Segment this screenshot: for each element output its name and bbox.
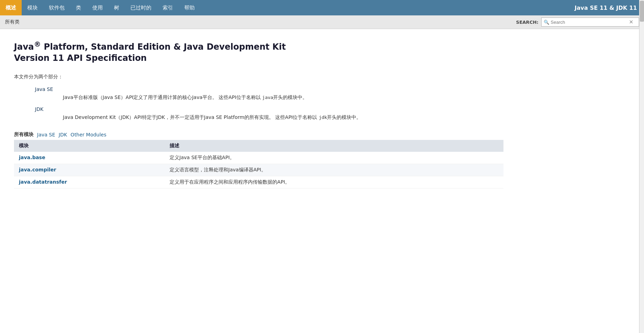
search-icon: 🔍 [544,20,549,25]
filter-tab-other[interactable]: Other Modules [71,132,106,137]
module-desc-java-compiler: 定义语言模型，注释处理和Java编译器API。 [165,164,503,176]
nav-item-modules[interactable]: 模块 [22,0,43,15]
nav-item-index[interactable]: 索引 [157,0,179,15]
nav-item-use[interactable]: 使用 [87,0,108,15]
section-list: Java SE Java平台标准版（Java SE）API定义了用于通用计算的核… [35,86,503,121]
section-title-javase: Java SE [35,86,503,92]
filter-tab-javase[interactable]: Java SE [37,132,55,137]
scrollbar-thumb[interactable] [640,1,644,22]
sub-header: 所有类 SEARCH: 🔍 ✕ [0,15,644,29]
col-header-module: 模块 [14,140,165,152]
nav-item-deprecated[interactable]: 已过时的 [125,0,157,15]
all-classes-label: 所有类 [5,19,20,25]
search-box-wrap: 🔍 ✕ [541,17,639,27]
section-title-jdk: JDK [35,106,503,112]
nav-item-help[interactable]: 帮助 [179,0,200,15]
filter-tab-all[interactable]: 所有模块 [14,132,34,138]
search-input[interactable] [551,20,628,25]
table-row: java.datatransfer 定义用于在应用程序之间和应用程序内传输数据的… [14,176,503,189]
nav-item-overview[interactable]: 概述 [0,0,22,15]
search-label: SEARCH: [516,20,538,25]
col-header-desc: 描述 [165,140,503,152]
nav-item-packages[interactable]: 软件包 [43,0,70,15]
search-area: SEARCH: 🔍 ✕ [516,17,639,27]
top-nav: 概述 模块 软件包 类 使用 树 已过时的 索引 帮助 Java SE 11 &… [0,0,644,15]
module-link-java-datatransfer[interactable]: java.datatransfer [19,179,67,185]
modules-table: 模块 描述 java.base 定义Java SE平台的基础API。 java.… [14,140,503,189]
module-filter: 所有模块 Java SE JDK Other Modules [14,132,503,138]
module-link-java-base[interactable]: java.base [19,155,45,160]
intro-text: 本文件分为两个部分： [14,74,503,80]
section-desc-javase: Java平台标准版（Java SE）API定义了用于通用计算的核心Java平台。… [63,93,503,101]
page-title: Java® Platform, Standard Edition & Java … [14,40,503,64]
module-desc-java-datatransfer: 定义用于在应用程序之间和应用程序内传输数据的API。 [165,176,503,189]
module-link-java-compiler[interactable]: java.compiler [19,167,56,172]
main-content: Java® Platform, Standard Edition & Java … [0,29,517,199]
table-row: java.compiler 定义语言模型，注释处理和Java编译器API。 [14,164,503,176]
code-java: java [262,95,273,100]
filter-tab-jdk[interactable]: JDK [59,132,67,137]
code-jdk: jdk [319,115,327,120]
section-item-javase: Java SE Java平台标准版（Java SE）API定义了用于通用计算的核… [35,86,503,101]
nav-item-tree[interactable]: 树 [108,0,125,15]
scrollbar-track[interactable] [639,0,644,199]
search-clear-icon[interactable]: ✕ [629,19,634,25]
section-item-jdk: JDK Java Development Kit（JDK）API特定于JDK，并… [35,106,503,121]
section-desc-jdk: Java Development Kit（JDK）API特定于JDK，并不一定适… [63,113,503,121]
nav-items: 概述 模块 软件包 类 使用 树 已过时的 索引 帮助 [0,0,200,15]
nav-item-classes[interactable]: 类 [70,0,87,15]
table-row: java.base 定义Java SE平台的基础API。 [14,152,503,164]
page-version-title: Java SE 11 & JDK 11 [575,5,644,11]
module-desc-java-base: 定义Java SE平台的基础API。 [165,152,503,164]
